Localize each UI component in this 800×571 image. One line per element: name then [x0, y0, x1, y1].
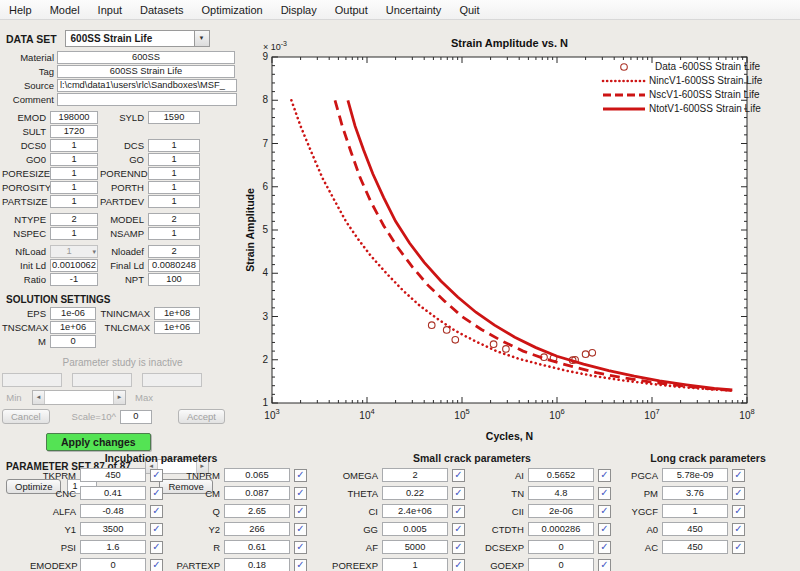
field-omega[interactable]: 2: [382, 468, 448, 482]
field-af[interactable]: 5000: [382, 540, 448, 554]
checkbox-pgca[interactable]: ✓: [732, 469, 745, 482]
field-npt[interactable]: 100: [148, 273, 200, 286]
field-emod[interactable]: 198000: [50, 111, 98, 124]
study-input-2[interactable]: [72, 373, 132, 387]
field-poreexp[interactable]: 1: [382, 558, 448, 571]
checkbox-tkprm[interactable]: ✓: [150, 469, 163, 482]
field-nloadef[interactable]: 2: [148, 245, 200, 258]
field-gg[interactable]: 0.005: [382, 522, 448, 536]
checkbox-emodexp[interactable]: ✓: [150, 559, 163, 571]
field-ctdth[interactable]: 0.000286: [528, 522, 594, 536]
field-partdev[interactable]: 1: [148, 195, 200, 208]
menu-item-output[interactable]: Output: [326, 2, 377, 18]
checkbox-partexp[interactable]: ✓: [294, 559, 307, 571]
dataset-combobox[interactable]: 600SS Strain Life ▼: [65, 30, 210, 47]
field-cm[interactable]: 0.087: [224, 486, 290, 500]
cancel-button[interactable]: Cancel: [2, 409, 50, 424]
field-goexp[interactable]: 0: [528, 558, 594, 571]
menu-item-help[interactable]: Help: [0, 2, 41, 18]
field-y1[interactable]: 3500: [80, 522, 146, 536]
menu-item-display[interactable]: Display: [272, 2, 326, 18]
checkbox-y2[interactable]: ✓: [294, 523, 307, 536]
field-nsamp[interactable]: 1: [148, 227, 200, 240]
checkbox-cii[interactable]: ✓: [598, 505, 611, 518]
field-dcs0[interactable]: 1: [50, 139, 98, 152]
menu-item-datasets[interactable]: Datasets: [131, 2, 192, 18]
field-alfa[interactable]: -0.48: [80, 504, 146, 518]
field-go[interactable]: 1: [148, 153, 200, 166]
slider-right-icon[interactable]: ►: [114, 391, 125, 404]
field-dcsexp[interactable]: 0: [528, 540, 594, 554]
checkbox-cnc[interactable]: ✓: [150, 487, 163, 500]
checkbox-dcsexp[interactable]: ✓: [598, 541, 611, 554]
checkbox-theta[interactable]: ✓: [452, 487, 465, 500]
field-final-ld[interactable]: 0.0080248: [148, 259, 200, 272]
study-input-3[interactable]: [142, 373, 202, 387]
field-tag[interactable]: 600SS Strain Life: [57, 65, 235, 78]
slider-left-icon[interactable]: ◄: [33, 391, 44, 404]
checkbox-q[interactable]: ✓: [294, 505, 307, 518]
field-pm[interactable]: 3.76: [662, 486, 728, 500]
field-eps[interactable]: 1e-06: [50, 307, 96, 320]
checkbox-ygcf[interactable]: ✓: [732, 505, 745, 518]
field-comment[interactable]: [57, 93, 237, 106]
field-source[interactable]: l:\cmd\data1\users\rlc\Sandboxes\MSF_: [57, 79, 237, 92]
field-tnprm[interactable]: 0.065: [224, 468, 290, 482]
field-r[interactable]: 0.61: [224, 540, 290, 554]
accept-button[interactable]: Accept: [178, 409, 225, 424]
checkbox-tn[interactable]: ✓: [598, 487, 611, 500]
field-y2[interactable]: 266: [224, 522, 290, 536]
menu-item-input[interactable]: Input: [89, 2, 131, 18]
field-ac[interactable]: 450: [662, 540, 728, 554]
field-init-ld[interactable]: 0.0010062: [50, 259, 98, 272]
scale-input[interactable]: 0: [120, 410, 152, 424]
checkbox-y1[interactable]: ✓: [150, 523, 163, 536]
field-ntype[interactable]: 2: [50, 213, 98, 226]
field-nfload[interactable]: 1▾: [50, 245, 98, 258]
checkbox-gg[interactable]: ✓: [452, 523, 465, 536]
field-ratio[interactable]: -1: [50, 273, 98, 286]
field-sult[interactable]: 1720: [50, 125, 98, 138]
field-tn[interactable]: 4.8: [528, 486, 594, 500]
menu-item-optimization[interactable]: Optimization: [192, 2, 271, 18]
field-psi[interactable]: 1.6: [80, 540, 146, 554]
checkbox-cm[interactable]: ✓: [294, 487, 307, 500]
chevron-down-icon[interactable]: ▼: [194, 31, 209, 46]
field-cnc[interactable]: 0.41: [80, 486, 146, 500]
field-syld[interactable]: 1590: [148, 111, 200, 124]
checkbox-omega[interactable]: ✓: [452, 469, 465, 482]
checkbox-a0[interactable]: ✓: [732, 523, 745, 536]
menu-item-quit[interactable]: Quit: [450, 2, 488, 18]
field-m[interactable]: 0: [50, 335, 96, 348]
field-porennd[interactable]: 1: [148, 167, 200, 180]
field-q[interactable]: 2.65: [224, 504, 290, 518]
field-ai[interactable]: 0.5652: [528, 468, 594, 482]
field-tnlcmax[interactable]: 1e+06: [154, 321, 200, 334]
checkbox-af[interactable]: ✓: [452, 541, 465, 554]
checkbox-goexp[interactable]: ✓: [598, 559, 611, 571]
menu-item-model[interactable]: Model: [41, 2, 89, 18]
apply-changes-button[interactable]: Apply changes: [46, 433, 151, 451]
field-partsize[interactable]: 1: [50, 195, 98, 208]
field-tkprm[interactable]: 450: [80, 468, 146, 482]
field-porth[interactable]: 1: [148, 181, 200, 194]
checkbox-poreexp[interactable]: ✓: [452, 559, 465, 571]
field-porosity[interactable]: 1: [50, 181, 98, 194]
slider-track[interactable]: [44, 391, 114, 404]
field-poresize[interactable]: 1: [50, 167, 98, 180]
checkbox-psi[interactable]: ✓: [150, 541, 163, 554]
checkbox-ctdth[interactable]: ✓: [598, 523, 611, 536]
field-nspec[interactable]: 1: [50, 227, 98, 240]
field-cii[interactable]: 2e-06: [528, 504, 594, 518]
checkbox-ac[interactable]: ✓: [732, 541, 745, 554]
study-input-1[interactable]: [2, 373, 62, 387]
checkbox-r[interactable]: ✓: [294, 541, 307, 554]
field-ci[interactable]: 2.4e+06: [382, 504, 448, 518]
checkbox-ci[interactable]: ✓: [452, 505, 465, 518]
checkbox-tnprm[interactable]: ✓: [294, 469, 307, 482]
field-tnscmax[interactable]: 1e+06: [50, 321, 96, 334]
field-theta[interactable]: 0.22: [382, 486, 448, 500]
checkbox-alfa[interactable]: ✓: [150, 505, 163, 518]
field-material[interactable]: 600SS: [57, 51, 235, 64]
field-ygcf[interactable]: 1: [662, 504, 728, 518]
